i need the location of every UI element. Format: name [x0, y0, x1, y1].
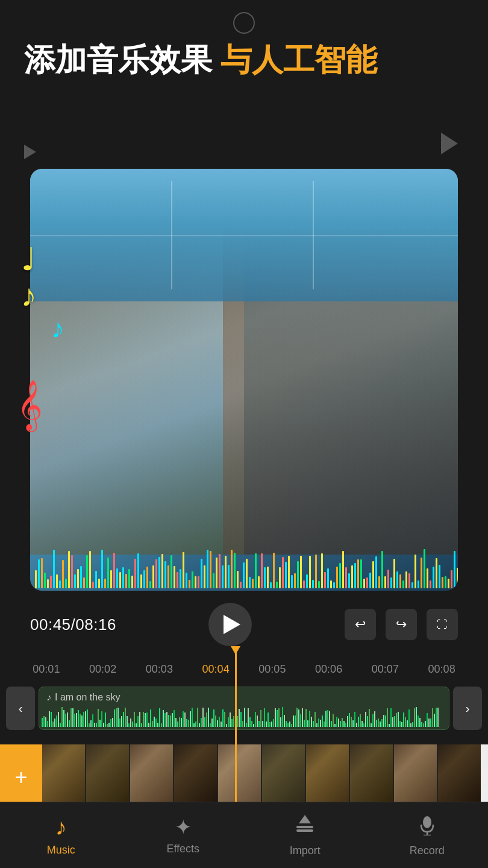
filmstrip-frame — [218, 744, 261, 811]
import-nav-icon — [294, 814, 316, 841]
filmstrip-end-handle — [481, 744, 488, 811]
svg-point-3 — [423, 816, 431, 828]
song-name: I am on the sky — [55, 692, 120, 703]
ruler-marker-00:06: 00:06 — [301, 663, 357, 676]
record-nav-label: Record — [410, 844, 445, 857]
ruler-marker-00:08: 00:08 — [413, 663, 470, 676]
play-icon — [224, 615, 240, 634]
effects-nav-label: Effects — [166, 843, 199, 855]
filmstrip-container: + — [0, 744, 488, 811]
play-button[interactable] — [208, 603, 252, 646]
filmstrip-frame — [438, 744, 481, 811]
filmstrip-frame — [130, 744, 173, 811]
redo-icon: ↪ — [396, 617, 407, 632]
audio-track-container: ‹ ♪ I am on the sky › — [0, 681, 488, 735]
music-clef-red-icon: 𝄞 — [17, 380, 43, 430]
music-note-yellow-icon: ♩♪ — [21, 241, 37, 313]
effects-nav-icon: ✦ — [175, 815, 192, 839]
redo-button[interactable]: ↪ — [386, 609, 417, 640]
playhead-top — [231, 646, 240, 655]
undo-button[interactable]: ↩ — [345, 609, 376, 640]
status-bar — [0, 12, 488, 34]
timeline-ruler: 00:0100:0200:0300:0400:0500:0600:0700:08 — [0, 657, 488, 681]
title-gold: 与人工智能 — [221, 42, 377, 77]
music-nav-label: Music — [47, 844, 75, 857]
fullscreen-button[interactable]: ⛶ — [427, 609, 458, 640]
fullscreen-icon: ⛶ — [437, 618, 448, 631]
nav-item-music[interactable]: ♪Music — [0, 802, 122, 868]
record-nav-icon — [416, 814, 438, 841]
track-next-button[interactable]: › — [453, 687, 482, 730]
svg-rect-1 — [296, 829, 313, 832]
header-text: 添加音乐效果 与人工智能 — [24, 42, 464, 78]
plus-icon: + — [14, 765, 27, 790]
audio-waveform — [39, 703, 449, 727]
ruler-marker-00:07: 00:07 — [357, 663, 414, 676]
undo-icon: ↩ — [355, 617, 366, 632]
filmstrip-frame — [394, 744, 437, 811]
decoration-triangle-right — [441, 133, 458, 154]
bottom-nav: ♪Music✦EffectsImportRecord — [0, 802, 488, 868]
filmstrip-frames — [42, 744, 481, 811]
filmstrip-frame — [42, 744, 85, 811]
main-title: 添加音乐效果 与人工智能 — [24, 42, 464, 78]
import-nav-label: Import — [290, 844, 321, 857]
playback-controls: 00:45/08:16 ↩ ↪ ⛶ — [0, 603, 488, 646]
chevron-right-icon: › — [466, 702, 470, 715]
playhead — [235, 651, 237, 802]
nav-item-import[interactable]: Import — [244, 802, 366, 868]
window-grid — [30, 181, 458, 289]
status-circle — [233, 12, 255, 34]
ruler-marker-00:03: 00:03 — [131, 663, 188, 676]
video-preview — [30, 169, 458, 591]
video-waveform — [30, 542, 458, 591]
ruler-marker-00:02: 00:02 — [75, 663, 131, 676]
title-white: 添加音乐效果 — [24, 42, 212, 77]
music-nav-icon: ♪ — [55, 814, 67, 840]
music-note-icon: ♪ — [46, 692, 51, 703]
filmstrip-frame — [86, 744, 129, 811]
nav-item-record[interactable]: Record — [366, 802, 489, 868]
nav-item-effects[interactable]: ✦Effects — [122, 802, 245, 868]
filmstrip-frame — [306, 744, 349, 811]
ruler-marker-00:01: 00:01 — [18, 663, 75, 676]
time-display: 00:45/08:16 — [30, 615, 116, 634]
video-background — [30, 169, 458, 591]
filmstrip-frame — [174, 744, 217, 811]
track-prev-button[interactable]: ‹ — [6, 687, 35, 730]
add-clip-button[interactable]: + — [0, 744, 42, 811]
chevron-left-icon: ‹ — [19, 702, 23, 715]
filmstrip-frame — [262, 744, 305, 811]
ruler-marker-00:05: 00:05 — [244, 663, 301, 676]
music-note-cyan-icon: ♪ — [51, 313, 64, 344]
audio-track[interactable]: ♪ I am on the sky — [39, 687, 449, 730]
control-icons: ↩ ↪ ⛶ — [345, 609, 458, 640]
decoration-triangle-left — [24, 145, 36, 159]
svg-marker-2 — [299, 815, 311, 823]
filmstrip-frame — [350, 744, 393, 811]
audio-track-label: ♪ I am on the sky — [46, 692, 120, 703]
svg-rect-0 — [296, 826, 313, 828]
